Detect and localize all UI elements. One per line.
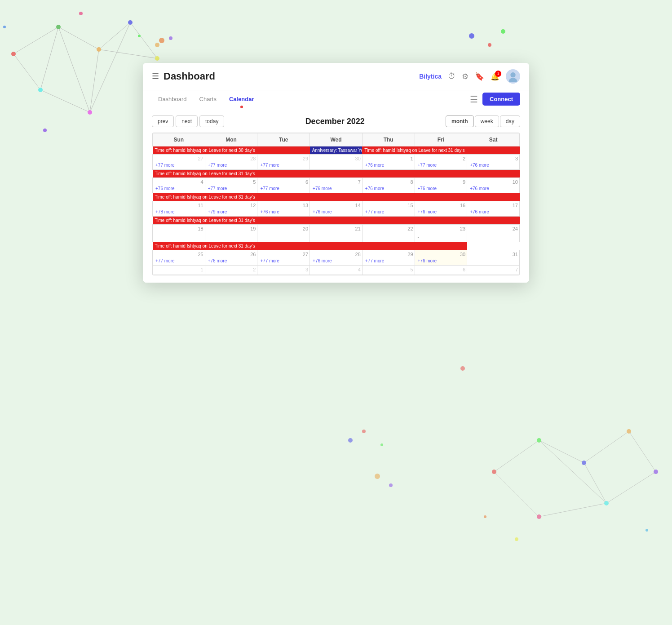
day-number: 15 — [364, 203, 413, 208]
svg-line-7 — [40, 27, 58, 90]
more-link[interactable]: +76 more — [311, 186, 361, 191]
cell-dec20: 20 — [257, 225, 310, 242]
more-link[interactable]: +76 more — [207, 258, 256, 264]
avatar[interactable] — [506, 69, 520, 84]
notification-button[interactable]: 🔔 1 — [491, 72, 500, 81]
clock-icon[interactable]: ⏱ — [448, 72, 455, 81]
week-view-button[interactable]: week — [475, 115, 499, 127]
header-thu: Thu — [362, 133, 415, 146]
more-link[interactable]: +76 more — [364, 186, 413, 191]
event-bar-week4[interactable]: Time off: hamid Ishtyaq on Leave for nex… — [153, 217, 520, 224]
table-row: Time off: hamid Ishtyaq on Leave for nex… — [153, 242, 520, 250]
more-link[interactable]: +76 more — [259, 209, 308, 215]
cell-jan5: 5 — [362, 266, 415, 275]
more-link[interactable]: +77 more — [259, 162, 308, 168]
event-bar-week3[interactable]: Time off: hamid Ishtyaq on Leave for nex… — [153, 193, 520, 201]
more-link[interactable]: +77 more — [207, 186, 256, 191]
day-number: 5 — [364, 267, 413, 272]
more-link[interactable]: +76 more — [469, 186, 518, 191]
tab-dashboard[interactable]: Dashboard — [152, 90, 193, 108]
tab-charts[interactable]: Charts — [193, 90, 223, 108]
header-tue: Tue — [257, 133, 310, 146]
more-link[interactable]: +77 more — [416, 162, 466, 168]
nav-tabs: Dashboard Charts Calendar ☰ Connect — [143, 90, 529, 108]
day-number: 13 — [259, 203, 308, 208]
day-view-button[interactable]: day — [500, 115, 520, 127]
more-link[interactable]: +78 more — [154, 209, 203, 215]
event-bar-week1-red1[interactable]: Time off: hamid Ishtyaq on Leave for nex… — [153, 146, 310, 154]
more-link[interactable]: +76 more — [416, 209, 466, 215]
more-link[interactable]: +76 more — [469, 162, 518, 168]
event-bar-week5-red[interactable]: Time off: hamid Ishtyaq on Leave for nex… — [153, 242, 415, 250]
cell-jan1: 1 — [153, 266, 205, 275]
more-link[interactable]: +76 more — [364, 162, 413, 168]
cell-dec29: 29 +77 more — [362, 250, 415, 266]
event-bar-week5-red2[interactable] — [415, 242, 467, 250]
cell-jan6: 6 — [415, 266, 467, 275]
connect-button[interactable]: Connect — [482, 93, 520, 106]
next-button[interactable]: next — [176, 115, 198, 127]
day-number: 27 — [259, 252, 308, 257]
event-bar-week1-red2[interactable]: Time off: hamid Ishtyaq on Leave for nex… — [362, 146, 519, 154]
day-number: 19 — [207, 226, 256, 231]
day-number: 8 — [364, 179, 413, 185]
more-link[interactable]: +76 more — [311, 258, 361, 264]
gear-icon[interactable]: ⚙ — [462, 72, 469, 81]
more-link[interactable]: +76 more — [311, 209, 361, 215]
table-row: Time off: hamid Ishtyaq on Leave for nex… — [153, 146, 520, 155]
svg-point-54 — [509, 78, 517, 82]
svg-point-42 — [469, 33, 474, 39]
cell-dec25: 25 +77 more — [153, 250, 205, 266]
more-link[interactable]: +77 more — [364, 258, 413, 264]
menu-icon[interactable]: ☰ — [470, 94, 478, 105]
app-window: ☰ Dashboard Bilytica ⏱ ⚙ 🔖 🔔 1 Dashboard… — [143, 63, 529, 283]
today-button[interactable]: today — [199, 115, 224, 127]
more-link[interactable]: +77 more — [364, 209, 413, 215]
svg-line-3 — [13, 54, 40, 90]
more-link[interactable]: +77 more — [207, 162, 256, 168]
cell-dec2: 2 +77 more — [415, 155, 467, 170]
day-number: 17 — [469, 203, 518, 208]
cell-dec17: 17 +76 more — [467, 201, 520, 217]
event-bar-week1-blue[interactable]: Anniversary: Tassawar You — [310, 146, 363, 154]
event-bar-week2[interactable]: Time off: hamid Ishtyaq on Leave for nex… — [153, 170, 520, 177]
more-link[interactable]: +76 more — [416, 258, 466, 264]
svg-line-5 — [90, 49, 99, 112]
more-link[interactable]: +77 more — [259, 186, 308, 191]
more-link[interactable]: +77 more — [154, 258, 203, 264]
cell-dec27: 27 +77 more — [257, 250, 310, 266]
table-row: 18 19 20 21 22 — [153, 225, 520, 242]
table-row: 11 +78 more 12 +79 more 13 +76 more 14 — [153, 201, 520, 217]
week2-event-row: Time off: hamid Ishtyaq on Leave for nex… — [153, 170, 520, 178]
table-row: 1 2 3 4 5 — [153, 266, 520, 275]
cell-nov29: 29 +77 more — [257, 155, 310, 170]
day-number: 29 — [364, 252, 413, 257]
day-number: 28 — [207, 156, 256, 161]
svg-line-30 — [494, 472, 539, 517]
svg-line-26 — [629, 431, 656, 472]
svg-point-49 — [380, 443, 383, 446]
svg-point-51 — [389, 483, 393, 487]
day-number: 7 — [469, 267, 518, 272]
tab-calendar[interactable]: Calendar — [223, 90, 261, 108]
week5-event-row: Time off: hamid Ishtyaq on Leave for nex… — [153, 242, 520, 250]
hamburger-icon[interactable]: ☰ — [152, 71, 159, 81]
cell-dec22: 22 — [362, 225, 415, 242]
more-link[interactable]: +76 more — [154, 186, 203, 191]
calendar-section: prev next today December 2022 month week… — [143, 108, 529, 283]
svg-point-18 — [43, 129, 47, 132]
more-link[interactable]: +76 more — [469, 209, 518, 215]
more-link[interactable]: +76 more — [416, 186, 466, 191]
svg-line-28 — [606, 472, 656, 503]
more-link[interactable]: +77 more — [154, 162, 203, 168]
view-buttons: month week day — [446, 115, 520, 127]
cell-dec13: 13 +76 more — [257, 201, 310, 217]
week4-event-row: Time off: hamid Ishtyaq on Leave for nex… — [153, 217, 520, 225]
month-view-button[interactable]: month — [446, 115, 474, 127]
bookmark-icon[interactable]: 🔖 — [475, 72, 484, 81]
cell-dec10: 10 +76 more — [467, 178, 520, 193]
more-link[interactable]: +79 more — [207, 209, 256, 215]
more-link[interactable]: +77 more — [259, 258, 308, 264]
svg-point-48 — [362, 430, 366, 433]
prev-button[interactable]: prev — [152, 115, 174, 127]
